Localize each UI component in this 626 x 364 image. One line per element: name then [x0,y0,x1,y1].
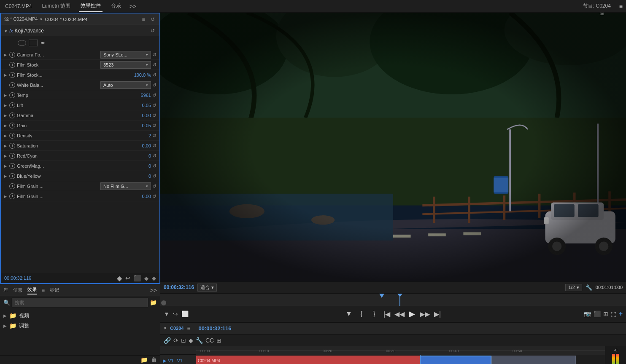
clock-green-mag[interactable] [9,163,15,169]
clock-film-pct[interactable] [9,72,15,78]
mark-in-btn[interactable]: ▼ [344,310,354,318]
clock-camera[interactable] [9,52,15,58]
mark-right-btn[interactable]: } [369,310,379,318]
v1-expand[interactable]: ▶ [163,358,166,364]
param-expand-lift[interactable] [4,103,9,107]
effects-menu-icon[interactable]: ≡ [42,287,45,293]
clip-gray[interactable] [491,356,576,364]
reset-blue-yellow[interactable]: ↺ [151,173,158,179]
clock-temp[interactable] [9,92,15,98]
camera-btn[interactable]: 📷 [584,310,591,317]
clock-gamma[interactable] [9,112,15,118]
tl-keyframe-icon[interactable]: ◆ [189,337,193,344]
new-folder-icon[interactable]: 📁 [150,299,157,306]
step-back-btn[interactable]: ◀◀ [394,310,405,318]
source-dropdown-arrow[interactable]: ▾ [40,17,42,21]
tab-c0247[interactable]: C0247.MP4 [3,0,33,12]
timeline-menu-icon[interactable]: ≡ [187,325,190,331]
in-point-btn[interactable]: ◆ [117,274,122,282]
clock-gain[interactable] [9,123,15,128]
param-expand-camera[interactable] [4,52,9,57]
playhead-ruler[interactable] [160,293,626,306]
reset-saturation[interactable]: ↺ [151,142,158,149]
mark-left-btn[interactable]: { [356,310,367,318]
reset-lift[interactable]: ↺ [151,102,158,109]
add-btn[interactable]: + [619,310,623,318]
reset-fg-type[interactable]: ↺ [151,183,158,190]
quality-dropdown[interactable]: 1/2 ▾ [565,284,582,291]
new-bin-btn[interactable]: 📁 [140,356,148,363]
folder-adjust[interactable]: ▶ 📁 调整 [3,321,157,331]
lib-tab-ku[interactable]: 库 [3,286,8,294]
go-out-btn[interactable]: ▶| [432,310,443,318]
pen-tool-btn[interactable]: ✒ [40,40,46,46]
clock-red-cyan[interactable] [9,153,15,159]
out-mark[interactable]: ◆ [152,275,156,281]
tab-audio[interactable]: 音乐 [109,0,123,12]
tl-ripple-icon[interactable]: ⟳ [173,337,178,344]
param-expand-gamma[interactable] [4,113,9,118]
tl-wrench-icon[interactable]: 🔧 [196,337,203,344]
param-expand-red-cyan[interactable] [4,153,9,158]
safe-zone-btn[interactable]: ⬛ [594,310,601,317]
insert-frame-btn[interactable]: ⬚ [611,310,616,317]
multi-cam-btn[interactable]: ⊞ [603,310,608,317]
value-density[interactable]: 2 [126,133,151,138]
panel-menu-icon[interactable]: ≡ [140,16,147,23]
camera-format-dropdown[interactable]: Sony SLo... ▾ [100,51,151,59]
step-fwd-btn[interactable]: ▶▶ [420,310,430,318]
reset-gain[interactable]: ↺ [151,122,158,129]
value-green-mag[interactable]: 0 [126,163,151,169]
param-expand-gain[interactable] [4,123,9,128]
panel-reset-icon[interactable]: ↺ [149,16,156,23]
tl-insert-icon[interactable]: ⊡ [181,337,186,344]
param-expand-blue-yellow[interactable] [4,174,9,178]
out-point-btn[interactable]: ↩ [125,275,130,281]
effect-reset-btn[interactable]: ↺ [149,27,156,34]
reset-density[interactable]: ↺ [151,132,158,139]
clock-density[interactable] [9,133,15,139]
folder-video[interactable]: ▶ 📁 视频 [3,310,157,321]
export-icon[interactable]: ⬜ [181,310,189,317]
filter-icon[interactable]: ▼ [164,310,170,317]
library-more-icon[interactable]: >> [150,287,157,294]
ellipse-mask-btn[interactable] [18,40,26,46]
in-mark[interactable]: ◆ [144,275,148,281]
tl-snap-icon[interactable]: 🔗 [164,337,171,344]
white-balance-dropdown[interactable]: Auto ▾ [100,81,151,89]
tl-multi-icon[interactable]: ⊞ [216,337,221,344]
param-expand-temp[interactable] [4,93,9,97]
timeline-close-btn[interactable]: × [164,325,167,331]
lib-tab-info[interactable]: 信息 [13,286,22,294]
play-btn[interactable]: ▶ [407,309,417,318]
lib-tab-markers[interactable]: 标记 [50,286,59,294]
value-saturation[interactable]: 0.00 [126,143,151,148]
reset-gamma[interactable]: ↺ [151,112,158,119]
reset-film-stock[interactable]: ↺ [151,62,158,68]
film-grain-dropdown[interactable]: No Film G... ▾ [100,182,151,190]
clock-fg-val[interactable] [9,193,15,199]
tab-lumetri[interactable]: Lumetri 范围 [40,0,72,12]
param-expand-film-pct[interactable] [4,72,9,77]
value-film-pct[interactable]: 100.0 % [126,72,151,78]
timeline-ruler[interactable]: 00:00 00:10 00:20 00:30 00:40 00:50 [196,346,605,355]
param-expand-density[interactable] [4,133,9,138]
value-red-cyan[interactable]: 0 [126,153,151,158]
value-blue-yellow[interactable]: 0 [126,174,151,179]
folder-adjust-arrow[interactable]: ▶ [3,324,7,328]
lib-tab-effects[interactable]: 效果 [27,286,37,294]
param-expand-green-mag[interactable] [4,163,9,168]
reset-camera[interactable]: ↺ [151,51,158,58]
reset-green-mag[interactable]: ↺ [151,163,158,169]
clock-wb[interactable] [9,82,15,88]
tl-cc-icon[interactable]: CC [205,337,214,344]
value-lift[interactable]: -0.05 [126,103,151,108]
clock-lift[interactable] [9,102,15,108]
reset-film-pct[interactable]: ↺ [151,72,158,78]
clip-blue-selected[interactable] [420,356,491,364]
param-expand-saturation[interactable] [4,143,9,148]
value-gamma[interactable]: 0.00 [126,113,151,118]
reset-temp[interactable]: ↺ [151,92,158,99]
effect-expand-arrow[interactable] [4,28,8,34]
step-forward-icon[interactable]: ↪ [173,310,178,317]
